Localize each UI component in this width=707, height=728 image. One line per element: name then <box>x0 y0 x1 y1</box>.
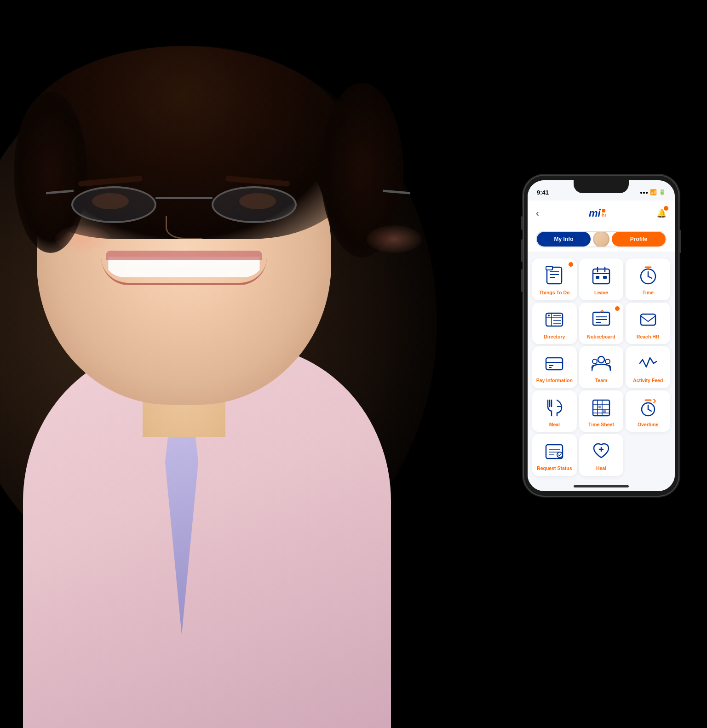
logo-hr-text: hr <box>602 213 607 218</box>
phone-screen: 9:41 ●●● 📶 🔋 ‹ mi hr 🔔 <box>528 180 675 491</box>
grid-item-request-status[interactable]: Request Status <box>532 434 577 476</box>
team-label: Team <box>595 378 608 384</box>
svg-point-32 <box>598 356 604 363</box>
upper-lip <box>106 251 262 260</box>
home-indicator <box>574 485 629 487</box>
noticeboard-badge <box>615 306 620 311</box>
nose <box>166 216 202 239</box>
svg-line-46 <box>648 409 651 411</box>
heal-icon <box>591 441 612 462</box>
logo-text: mi <box>589 207 601 219</box>
things-to-do-label: Things To Do <box>539 290 569 296</box>
grid-item-time-sheet[interactable]: Time Sheet <box>579 390 624 432</box>
directory-label: Directory <box>544 334 565 340</box>
glasses-left-lens <box>71 186 156 223</box>
meal-label: Meal <box>549 422 560 428</box>
svg-rect-42 <box>598 406 601 408</box>
time-sheet-label: Time Sheet <box>588 422 614 428</box>
app-icons-grid: Things To Do Leave <box>528 252 675 483</box>
pay-information-icon <box>544 353 565 374</box>
wifi-icon: 📶 <box>650 189 657 195</box>
svg-line-13 <box>648 276 652 278</box>
back-button[interactable]: ‹ <box>536 208 539 218</box>
glasses-right-lens <box>212 186 297 223</box>
tab-row: My Info Profile <box>528 226 675 252</box>
reach-hr-icon <box>638 309 659 330</box>
logo-orange-dot <box>602 209 605 212</box>
time-icon <box>638 265 659 286</box>
svg-rect-5 <box>593 269 609 284</box>
grid-item-reach-hr[interactable]: Reach HR <box>626 303 670 344</box>
svg-rect-28 <box>546 358 563 370</box>
grid-item-meal[interactable]: Meal <box>532 390 577 432</box>
time-label: Time <box>642 290 653 296</box>
volume-up-button <box>521 239 523 262</box>
svg-rect-4 <box>546 266 552 270</box>
mute-button <box>521 216 523 230</box>
bell-container[interactable]: 🔔 <box>656 208 667 218</box>
grid-item-things-to-do[interactable]: Things To Do <box>532 258 577 300</box>
reach-hr-label: Reach HR <box>637 334 660 340</box>
directory-icon <box>544 309 565 330</box>
svg-rect-9 <box>596 276 599 279</box>
grid-item-heal[interactable]: Heal <box>579 434 624 476</box>
blush-left <box>55 225 110 253</box>
grid-item-time[interactable]: Time <box>626 258 670 300</box>
status-time: 9:41 <box>537 189 549 196</box>
grid-item-noticeboard[interactable]: Noticeboard <box>579 303 624 344</box>
svg-point-34 <box>605 359 610 364</box>
overtime-label: Overtime <box>638 422 659 428</box>
tab-container: My Info Profile <box>536 231 667 247</box>
time-sheet-icon <box>591 397 612 418</box>
svg-point-19 <box>548 315 550 316</box>
profile-avatar <box>592 231 610 247</box>
notification-badge <box>664 206 668 211</box>
grid-item-directory[interactable]: Directory <box>532 303 577 344</box>
battery-icon: 🔋 <box>659 189 666 195</box>
power-button <box>679 230 681 253</box>
overtime-icon <box>638 397 659 418</box>
status-icons: ●●● 📶 🔋 <box>640 189 666 195</box>
leave-label: Leave <box>594 290 608 296</box>
tab-profile[interactable]: Profile <box>612 232 666 246</box>
things-to-do-icon <box>544 265 565 286</box>
phone-notch <box>574 180 629 193</box>
grid-item-pay-information[interactable]: Pay Information <box>532 346 577 388</box>
svg-rect-23 <box>593 312 609 325</box>
request-status-icon <box>544 441 565 462</box>
leave-icon <box>591 265 612 286</box>
tab-my-info[interactable]: My Info <box>537 232 591 246</box>
grid-item-leave[interactable]: Leave <box>579 258 624 300</box>
blush-right <box>367 225 422 253</box>
things-to-do-badge <box>569 262 573 267</box>
avatar-face <box>594 232 608 246</box>
heal-label: Heal <box>596 465 606 471</box>
svg-rect-27 <box>641 314 655 325</box>
noticeboard-icon <box>591 309 612 330</box>
svg-point-33 <box>592 359 597 364</box>
svg-rect-43 <box>603 410 606 413</box>
meal-icon <box>544 397 565 418</box>
grid-item-overtime[interactable]: Overtime <box>626 390 670 432</box>
phone-mockup: 9:41 ●●● 📶 🔋 ‹ mi hr 🔔 <box>523 175 679 497</box>
svg-rect-10 <box>603 276 607 279</box>
volume-down-button <box>521 269 523 292</box>
grid-item-activity-feed[interactable]: Activity Feed <box>626 346 670 388</box>
activity-feed-icon <box>638 353 659 374</box>
request-status-label: Request Status <box>537 465 572 471</box>
team-icon <box>591 353 612 374</box>
grid-item-team[interactable]: Team <box>579 346 624 388</box>
noticeboard-label: Noticeboard <box>587 334 615 340</box>
activity-feed-label: Activity Feed <box>633 378 663 384</box>
pay-information-label: Pay Information <box>536 378 573 384</box>
glasses-bridge <box>155 197 213 199</box>
signal-icon: ●●● <box>640 190 648 195</box>
app-logo: mi hr <box>589 207 607 219</box>
app-header: ‹ mi hr 🔔 <box>528 201 675 226</box>
